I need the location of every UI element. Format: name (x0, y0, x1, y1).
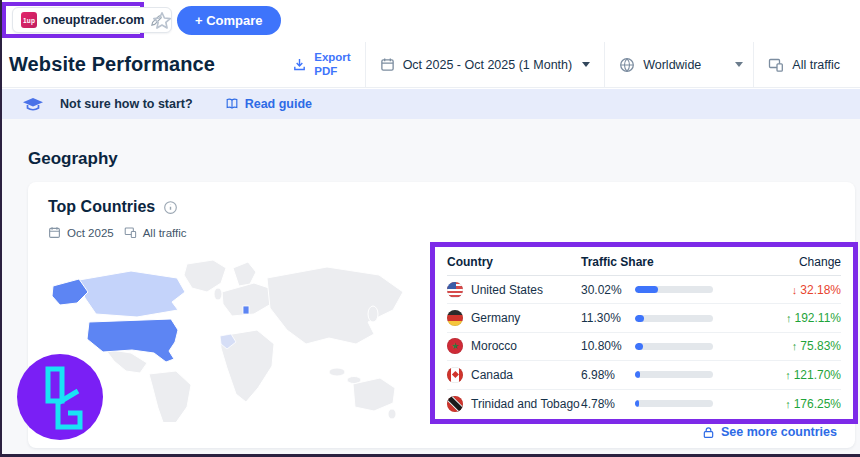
traffic-share-value: 6.98% (581, 368, 635, 382)
change-value: 176.25% (794, 397, 841, 411)
header-country: Country (447, 255, 581, 269)
table-row[interactable]: United States30.02%↓32.18% (447, 276, 841, 304)
table-header-row: Country Traffic Share Change (447, 249, 841, 276)
country-name: Germany (471, 311, 520, 325)
traffic-share-value: 10.80% (581, 339, 635, 353)
annotation-highlight-table: Country Traffic Share Change United Stat… (430, 242, 858, 424)
export-pdf-button[interactable]: Export PDF (278, 42, 364, 87)
region-label: Worldwide (643, 58, 701, 72)
flag-de-icon (447, 310, 463, 326)
flag-tt-icon (447, 396, 463, 412)
help-banner: Not sure how to start? Read guide (0, 89, 860, 119)
chevron-down-icon (582, 62, 590, 67)
date-range-selector[interactable]: Oct 2025 - Oct 2025 (1 Month) (365, 42, 606, 87)
page-title: Website Performance (9, 53, 215, 76)
arrow-up-icon: ↑ (785, 398, 791, 410)
see-more-countries-link[interactable]: See more countries (702, 425, 837, 439)
traffic-share-bar (635, 371, 713, 378)
globe-icon (619, 57, 635, 73)
traffic-filter-selector[interactable]: All traffic (754, 42, 860, 87)
read-guide-link[interactable]: Read guide (225, 97, 312, 111)
traffic-share-value: 30.02% (581, 283, 635, 297)
devices-icon (768, 57, 784, 73)
flag-us-icon (447, 282, 463, 298)
toolbar: Website Performance Export PDF Oct 2025 … (0, 42, 860, 88)
watermark-logo (17, 354, 103, 440)
section-title-geography: Geography (28, 149, 118, 169)
arrow-up-icon: ↑ (785, 369, 791, 381)
traffic-share-value: 11.30% (581, 311, 635, 325)
flag-ma-icon (447, 338, 463, 354)
table-row[interactable]: Trinidad and Tobago4.78%↑176.25% (447, 390, 841, 418)
graduation-cap-icon (22, 97, 44, 112)
arrow-down-icon: ↓ (792, 284, 798, 296)
site-favicon: 1up (21, 12, 37, 28)
change-value: 121.70% (794, 368, 841, 382)
card-traffic-label: All traffic (143, 227, 187, 239)
table-row[interactable]: Germany11.30%↑192.11% (447, 304, 841, 332)
chevron-down-icon (735, 62, 743, 67)
country-name: Canada (471, 368, 513, 382)
calendar-icon (48, 226, 61, 239)
country-rows: United States30.02%↓32.18%Germany11.30%↑… (447, 276, 841, 419)
see-more-label: See more countries (721, 425, 837, 439)
country-name: Morocco (471, 339, 517, 353)
top-bar: 1up oneuptrader.com + Compare (0, 0, 860, 42)
book-icon (225, 97, 239, 111)
table-row[interactable]: Morocco10.80%↑75.83% (447, 333, 841, 361)
download-icon (292, 57, 307, 72)
card-date-label: Oct 2025 (67, 227, 114, 239)
change-value: 192.11% (795, 311, 841, 325)
traffic-share-value: 4.78% (581, 397, 635, 411)
change-value: 75.83% (800, 339, 841, 353)
region-selector[interactable]: Worldwide (605, 42, 754, 87)
country-name: United States (471, 283, 543, 297)
lock-icon (702, 426, 715, 439)
traffic-share-bar (635, 343, 713, 350)
banner-text: Not sure how to start? (60, 97, 193, 111)
traffic-share-bar (635, 315, 713, 322)
top-countries-card: Top Countries Oct 2025 All traffic (28, 182, 855, 448)
traffic-share-bar (635, 286, 713, 293)
domain-label: oneuptrader.com (43, 13, 144, 27)
info-icon[interactable] (163, 200, 178, 215)
countries-table: Country Traffic Share Change United Stat… (435, 247, 853, 419)
read-guide-label: Read guide (245, 97, 312, 111)
header-traffic-share: Traffic Share (581, 255, 749, 269)
header-change: Change (749, 255, 841, 269)
traffic-share-bar (635, 400, 713, 407)
flag-ca-icon (447, 367, 463, 383)
card-title: Top Countries (48, 198, 155, 216)
export-pdf-label: Export PDF (314, 51, 350, 77)
favorite-star-icon[interactable] (151, 10, 173, 32)
date-range-label: Oct 2025 - Oct 2025 (1 Month) (403, 58, 573, 72)
arrow-up-icon: ↑ (786, 312, 792, 324)
change-value: 32.18% (800, 283, 841, 297)
table-row[interactable]: Canada6.98%↑121.70% (447, 361, 841, 389)
country-name: Trinidad and Tobago (471, 397, 580, 411)
compare-button[interactable]: + Compare (177, 6, 281, 35)
devices-icon (124, 226, 137, 239)
calendar-icon (380, 57, 395, 72)
arrow-up-icon: ↑ (792, 340, 798, 352)
domain-chip[interactable]: 1up oneuptrader.com (12, 7, 172, 33)
traffic-filter-label: All traffic (792, 58, 840, 72)
main-content: Geography Top Countries Oct 2025 All tra… (0, 119, 860, 457)
